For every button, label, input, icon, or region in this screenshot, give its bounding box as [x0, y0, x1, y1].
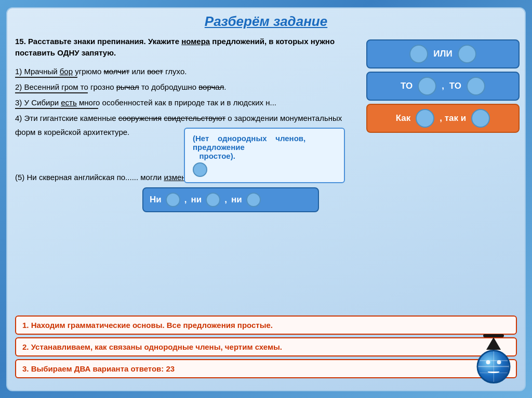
- s1-word1: бор: [60, 67, 73, 76]
- s4-word1: сооружения: [118, 114, 162, 122]
- answer-box-2: 2. Устанавливаем, как связаны однородные…: [15, 337, 517, 356]
- s1-prefix: 1) Мрачный: [15, 67, 60, 76]
- circle-ni-2: [206, 193, 220, 207]
- scheme-ni-comma1: ,: [184, 195, 187, 205]
- bottom-section: 1. Находим грамматические основы. Все пр…: [15, 315, 517, 381]
- answer-2-number: 2.: [22, 342, 29, 351]
- answer-2-text: Устанавливаем, как связаны однородные чл…: [31, 342, 282, 351]
- globe-body: [477, 350, 511, 383]
- main-container: Разберём задание 15. Расставьте знаки пр…: [6, 7, 526, 391]
- s1-end: глухо.: [163, 67, 187, 76]
- mascot: [470, 334, 517, 381]
- s3-word1: есть: [61, 98, 77, 107]
- task-text-part1: Расставьте знаки препинания. Укажите: [28, 37, 181, 46]
- answer-3-number: 3.: [22, 364, 29, 373]
- s2-prefix: 2) Весенний гром то грозно: [15, 83, 116, 91]
- s2-word2: ворчал: [198, 83, 224, 91]
- sentence-2: 2) Весенний гром то грозно рычал то добр…: [15, 80, 356, 93]
- scheme-ni-label3: ни: [231, 195, 242, 205]
- page-title: Разберём задание: [15, 13, 517, 30]
- scheme-ni-comma2: ,: [224, 195, 227, 205]
- circle-tooltip-1: [193, 162, 207, 177]
- s2-end: .: [224, 83, 226, 91]
- answer-box-3: 3. Выбираем ДВА варианта ответов: 23: [15, 359, 517, 378]
- scheme-ili-label: ИЛИ: [433, 49, 452, 59]
- s1-mid: угрюмо: [73, 67, 103, 76]
- sentence-3: 3) У Сибири есть много особенностей как …: [15, 95, 356, 109]
- answer-1-text: Находим грамматические основы. Все предл…: [31, 321, 273, 330]
- s2-word1: рычал: [116, 83, 139, 91]
- scheme-ni-label2: ни: [191, 195, 202, 205]
- s1-mid2: или: [129, 67, 147, 76]
- circle-ni-1: [166, 193, 180, 207]
- scheme-ni-label1: Ни: [150, 195, 162, 205]
- sentence-1: 1) Мрачный бор угрюмо молчит или воет гл…: [15, 64, 356, 78]
- tooltip-no-members: (Нет однородных членов, предложение прос…: [184, 128, 345, 183]
- answer-box-1: 1. Находим грамматические основы. Все пр…: [15, 315, 517, 335]
- scheme-ni-box: Ни , ни , ни: [142, 187, 319, 212]
- s1-word3: воет: [147, 67, 163, 76]
- circle-ni-3: [246, 193, 261, 207]
- s1-word2: молчит: [103, 67, 129, 76]
- s4-word2: свидетельствуют: [164, 114, 225, 122]
- s2-mid: то добродушно: [139, 83, 199, 91]
- s5-prefix: (5) Ни скверная английская по...: [15, 173, 132, 182]
- circle-ili-right: [458, 45, 476, 63]
- task-underline-word: номера: [181, 37, 210, 46]
- circle-ili-left: [409, 45, 428, 63]
- s3-prefix: 3) У Сибири: [15, 98, 61, 107]
- s3-mid: много особенностей как в природе так и в…: [77, 98, 276, 107]
- s5-end: ... могли: [132, 173, 164, 182]
- task-number: 15.: [15, 37, 26, 46]
- tooltip-no-members-text: (Нет однородных членов, предложение прос…: [193, 134, 336, 160]
- answer-3-text: Выбираем ДВА варианта ответов: 23: [31, 364, 175, 373]
- answer-1-number: 1.: [22, 321, 29, 330]
- s4-prefix: 4) Эти гигантские каменные: [15, 114, 118, 122]
